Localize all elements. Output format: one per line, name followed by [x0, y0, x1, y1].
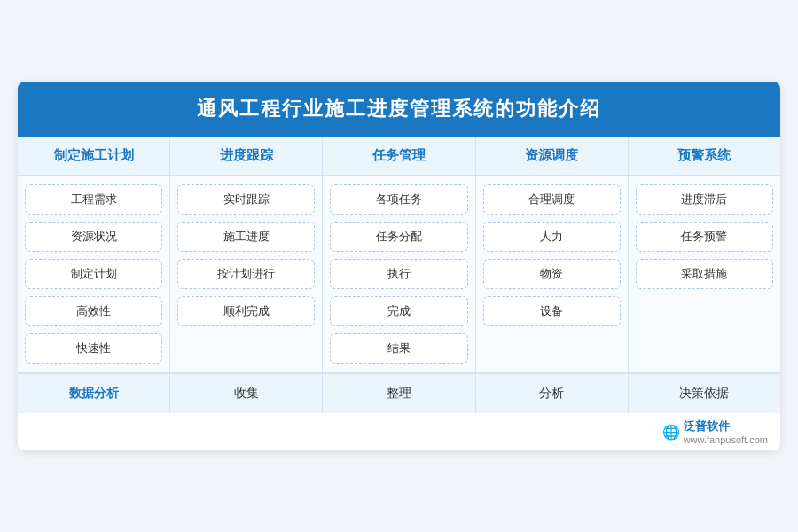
brand-icon: 🌐 [662, 424, 680, 441]
cell-2-1: 任务分配 [330, 222, 467, 252]
cell-0-1: 资源状况 [25, 222, 162, 252]
cell-3-2: 物资 [483, 259, 621, 289]
footer-row: 数据分析收集整理分析决策依据 [18, 372, 780, 413]
main-container: 通风工程行业施工进度管理系统的功能介绍 制定施工计划进度跟踪任务管理资源调度预警… [18, 82, 780, 450]
col-3: 合理调度人力物资设备 [476, 176, 629, 372]
cell-4-0: 进度滞后 [636, 184, 773, 215]
brand-url: www.fanpusoft.com [684, 434, 768, 445]
col-2: 各项任务任务分配执行完成结果 [323, 176, 475, 372]
col-header-1: 进度跟踪 [170, 137, 323, 175]
col-header-4: 预警系统 [629, 137, 780, 175]
cell-2-0: 各项任务 [330, 184, 467, 215]
cell-0-4: 快速性 [25, 333, 162, 364]
cell-4-1: 任务预警 [636, 222, 773, 252]
cell-3-0: 合理调度 [483, 184, 621, 215]
cell-4-2: 采取措施 [636, 259, 773, 289]
col-header-0: 制定施工计划 [18, 137, 170, 175]
footer-cell-3: 决策依据 [629, 374, 780, 413]
cell-3-3: 设备 [483, 296, 621, 326]
cell-2-2: 执行 [330, 259, 467, 289]
column-headers: 制定施工计划进度跟踪任务管理资源调度预警系统 [18, 137, 780, 176]
cell-1-3: 顺利完成 [177, 296, 315, 326]
cell-0-3: 高效性 [25, 296, 162, 326]
col-0: 工程需求资源状况制定计划高效性快速性 [18, 176, 170, 372]
cell-3-1: 人力 [483, 222, 621, 252]
col-header-2: 任务管理 [323, 137, 475, 175]
cell-2-4: 结果 [330, 333, 467, 364]
cell-0-0: 工程需求 [25, 184, 162, 215]
branding: 🌐 泛普软件 www.fanpusoft.com [18, 413, 780, 450]
footer-cell-2: 分析 [476, 374, 629, 413]
cell-0-2: 制定计划 [25, 259, 162, 289]
cell-2-3: 完成 [330, 296, 467, 326]
col-1: 实时跟踪施工进度按计划进行顺利完成 [170, 176, 323, 372]
col-4: 进度滞后任务预警采取措施 [629, 176, 780, 372]
cell-1-0: 实时跟踪 [177, 184, 315, 215]
page-title: 通风工程行业施工进度管理系统的功能介绍 [18, 82, 780, 137]
col-header-3: 资源调度 [476, 137, 629, 175]
footer-cell-1: 整理 [323, 374, 475, 413]
cell-1-1: 施工进度 [177, 222, 315, 252]
cell-1-2: 按计划进行 [177, 259, 315, 289]
brand-name: 泛普软件 [684, 419, 730, 434]
rows-area: 工程需求资源状况制定计划高效性快速性实时跟踪施工进度按计划进行顺利完成各项任务任… [18, 176, 780, 372]
main-table: 制定施工计划进度跟踪任务管理资源调度预警系统 工程需求资源状况制定计划高效性快速… [18, 137, 780, 413]
footer-cell-0: 收集 [170, 374, 323, 413]
footer-label: 数据分析 [18, 374, 170, 413]
